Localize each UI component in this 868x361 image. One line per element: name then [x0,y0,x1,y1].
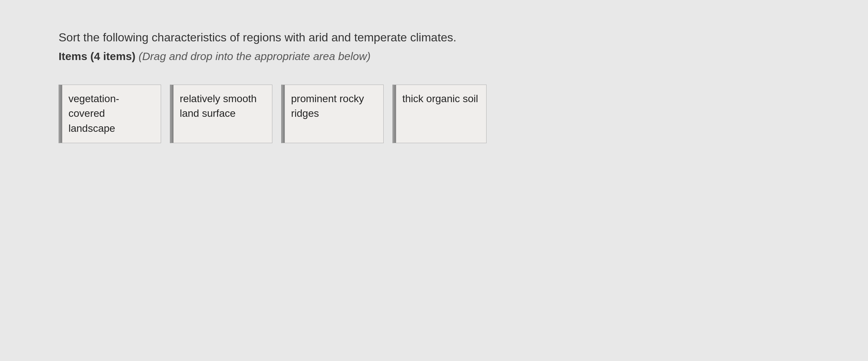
drag-item-1[interactable]: vegetation-covered landscape [59,85,161,143]
drag-items-container: vegetation-covered landscaperelatively s… [59,85,809,143]
page-container: Sort the following characteristics of re… [0,0,868,158]
drag-item-4[interactable]: thick organic soil [392,85,487,143]
instruction-text: Sort the following characteristics of re… [59,29,809,46]
drag-drop-instruction: (Drag and drop into the appropriate area… [138,50,370,62]
drag-item-2[interactable]: relatively smooth land surface [170,85,272,143]
items-label: Items (4 items) (Drag and drop into the … [59,50,809,63]
items-count-label: Items (4 items) [59,50,135,62]
drag-item-3[interactable]: prominent rocky ridges [281,85,384,143]
